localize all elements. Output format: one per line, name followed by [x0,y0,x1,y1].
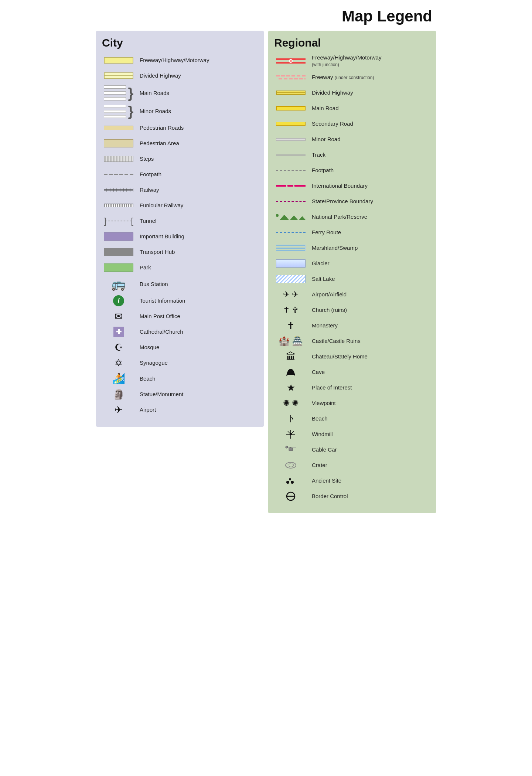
crater-icon [285,462,297,469]
city-airport-symbol: ✈ [102,404,135,416]
svg-line-4 [288,431,291,434]
reg-state-boundary-label: State/Province Boundary [312,198,373,205]
reg-freeway-symbol [274,58,307,64]
reg-freeway-const-symbol [274,75,307,79]
city-ped-roads-symbol [102,126,135,130]
list-item: State/Province Boundary [274,195,430,207]
list-item: Beach [274,413,430,425]
city-beach-label: Beach [140,375,156,382]
list-item: Steps [102,153,258,165]
reg-glacier-label: Glacier [312,260,330,267]
reg-freeway-const-label: Freeway (under construction) [312,74,374,81]
city-mosque-symbol: ☪ [102,342,135,353]
city-airport-label: Airport [140,406,156,413]
list-item: Track [274,149,430,161]
city-synagogue-label: Synagogue [140,360,168,366]
city-statue-symbol: 🗿 [102,389,135,400]
ancient-site-icon [285,477,297,484]
list-item: ] [ Tunnel [102,215,258,227]
list-item: Glacier [274,258,430,269]
reg-castle-label: Castle/Castle Ruins [312,338,361,344]
list-item: ✝ Monastery [274,320,430,331]
reg-windmill-label: Windmill [312,431,333,438]
city-ped-area-symbol [102,139,135,147]
reg-saltlake-label: Salt Lake [312,276,335,282]
city-tunnel-symbol: ] [ [102,216,135,226]
list-item: ✉ Main Post Office [102,310,258,322]
list-item: Transport Hub [102,246,258,258]
city-post-office-label: Main Post Office [140,313,180,320]
city-divided-hwy-symbol [102,72,135,79]
regional-column: Regional Freeway/Highway/Motorway(with j… [268,31,436,513]
list-item: 🏄 Beach [102,372,258,385]
list-item: Pedestrian Roads [102,122,258,134]
list-item: ✝ ✞ Church (ruins) [274,304,430,316]
city-steps-symbol [102,156,135,162]
city-cathedral-symbol: ✚ [102,327,135,337]
reg-main-road-symbol [274,106,307,110]
list-item: 🚌 Bus Station [102,277,258,291]
city-ped-roads-label: Pedestrian Roads [140,125,184,131]
reg-windmill-symbol [274,428,307,440]
city-minor-roads-symbol: } [102,104,135,118]
reg-main-road-label: Main Road [312,105,339,112]
city-steps-label: Steps [140,156,154,162]
list-item: Border Control [274,490,430,502]
reg-viewpoint-symbol: ✺ ✺ [274,398,307,408]
reg-freeway-label: Freeway/Highway/Motorway(with junction) [312,54,381,68]
city-tourist-info-symbol: i [102,295,135,306]
list-item: } Main Roads [102,85,258,101]
city-minor-roads-label: Minor Roads [140,108,171,115]
list-item: ✚ Cathedral/Church [102,326,258,338]
reg-ancient-symbol [274,477,307,484]
city-main-roads-label: Main Roads [140,90,169,96]
city-cathedral-label: Cathedral/Church [140,329,183,335]
reg-track-label: Track [312,152,325,158]
svg-rect-7 [289,448,293,451]
reg-footpath-label: Footpath [312,167,334,174]
reg-crater-symbol [274,462,307,469]
list-item: Freeway/Highway/Motorway(with junction) [274,54,430,68]
list-item: Footpath [274,164,430,176]
list-item: Minor Road [274,133,430,145]
reg-airport-symbol: ✈ ✈ [274,290,307,299]
reg-secondary-road-label: Secondary Road [312,120,353,127]
reg-footpath-symbol [274,170,307,171]
reg-border-label: Border Control [312,493,348,500]
border-control-icon [286,491,296,501]
reg-castle-symbol: 🏰 🏯 [274,336,307,346]
list-item: Cable Car [274,444,430,456]
list-item: } Minor Roads [102,104,258,118]
reg-marshland-symbol [274,245,307,251]
svg-line-5 [291,431,294,434]
cablecar-icon [284,444,297,455]
list-item: International Boundary [274,180,430,192]
reg-poi-symbol: ★ [274,382,307,394]
city-mosque-label: Mosque [140,344,159,351]
list-item: National Park/Reserve [274,211,430,223]
list-item: ☪ Mosque [102,341,258,353]
list-item: Cave [274,366,430,378]
reg-church-label: Church (ruins) [312,307,347,313]
list-item: ✡ Synagogue [102,357,258,369]
list-item: Pedestrian Area [102,137,258,149]
reg-cave-label: Cave [312,369,325,375]
reg-church-symbol: ✝ ✞ [274,305,307,315]
list-item: Railway [102,184,258,196]
page-title: Map Legend [96,7,436,25]
svg-point-10 [286,462,296,468]
city-tourist-info-label: Tourist Information [140,297,185,304]
list-item: ★ Place of Interest [274,382,430,394]
city-tunnel-label: Tunnel [140,218,156,224]
cave-icon [285,367,297,377]
city-synagogue-symbol: ✡ [102,357,135,369]
svg-point-13 [291,481,294,484]
city-railway-symbol [102,188,135,192]
city-bus-station-label: Bus Station [140,281,168,287]
reg-divided-hwy-symbol [274,91,307,95]
regional-heading: Regional [274,37,430,49]
svg-point-9 [286,446,288,448]
svg-point-14 [289,478,291,480]
city-freeway-symbol [102,57,135,64]
city-post-office-symbol: ✉ [102,311,135,322]
